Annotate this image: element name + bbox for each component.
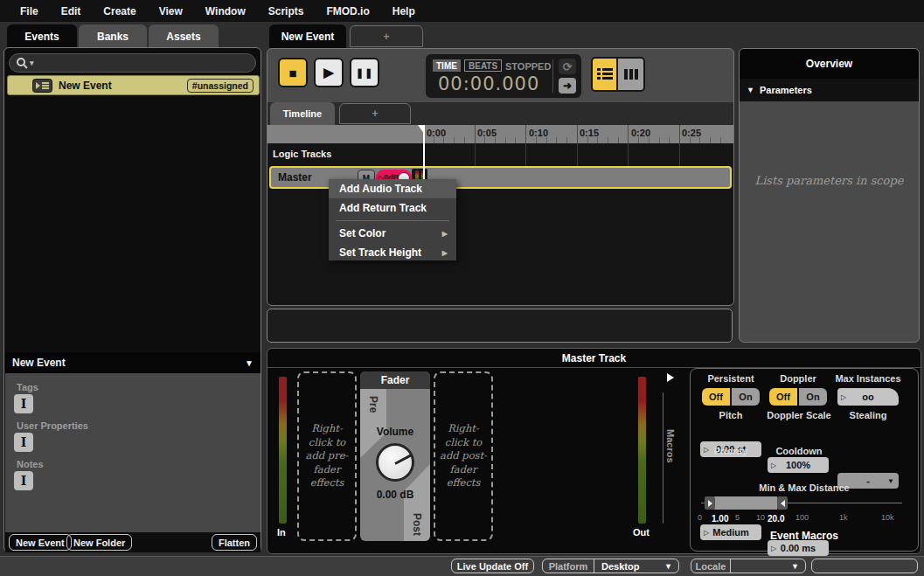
event-2d-icon <box>32 79 52 93</box>
menu-fmodio[interactable]: FMOD.io <box>315 5 380 17</box>
menu-add-return-track[interactable]: Add Return Track <box>329 198 456 218</box>
notes-edit-button[interactable]: I <box>14 471 33 490</box>
tab-add-event[interactable]: + <box>350 25 423 47</box>
tab-timeline[interactable]: Timeline <box>270 102 335 125</box>
pause-icon: ❚❚ <box>356 67 373 79</box>
play-button[interactable]: ▶ <box>314 58 344 87</box>
distance-min-handle[interactable] <box>705 496 715 510</box>
overview-panel: Overview ▼ Parameters Lists parameters i… <box>739 48 920 343</box>
overview-title: Overview <box>806 58 852 70</box>
tab-add-sheet[interactable]: + <box>339 103 411 124</box>
live-update-button[interactable]: Live Update Off <box>451 559 534 573</box>
pitch-label: Pitch <box>702 410 760 420</box>
grid-line <box>525 143 526 166</box>
stop-button[interactable]: ■ <box>278 58 308 87</box>
menu-window[interactable]: Window <box>194 5 257 17</box>
timeline-tab-strip <box>267 102 733 125</box>
status-message-field <box>811 559 918 573</box>
pre-fader-effects-dropzone[interactable]: Right-click to add pre-fader effects <box>297 371 357 541</box>
stop-icon: ■ <box>288 66 296 80</box>
event-macros-panel: Persistent Doppler Max Instances Off On … <box>690 368 919 552</box>
pause-button[interactable]: ❚❚ <box>350 58 379 87</box>
persistent-label: Persistent <box>702 373 760 384</box>
menu-edit[interactable]: Edit <box>50 5 93 17</box>
post-fader-effects-dropzone[interactable]: Right-click to add post-fader effects <box>434 371 493 541</box>
tags-edit-button[interactable]: I <box>14 394 33 413</box>
properties-header[interactable]: New Event ▼ <box>5 352 261 373</box>
search-box[interactable]: ▾ <box>9 53 256 73</box>
new-folder-button[interactable]: New Folder <box>66 534 132 551</box>
ruler-tick-label: 0:10 <box>529 128 548 138</box>
menu-file[interactable]: File <box>9 5 50 17</box>
volume-knob[interactable] <box>376 443 414 482</box>
caret-down-icon: ▼ <box>791 562 799 571</box>
flatten-button[interactable]: Flatten <box>212 534 257 551</box>
grid-line <box>679 143 680 166</box>
volume-label: Volume <box>360 426 430 438</box>
menu-create[interactable]: Create <box>92 5 147 17</box>
columns-view-icon <box>624 67 638 81</box>
master-track-label: Master <box>278 171 312 184</box>
distance-slider-range[interactable] <box>714 496 777 510</box>
distance-max-handle[interactable] <box>777 496 788 510</box>
distance-scale-10k: 10k <box>881 513 894 522</box>
tab-assets[interactable]: Assets <box>149 24 219 48</box>
transport-display: TIME BEATS STOPPED 00:00.000 ⟳ ➜ <box>426 54 581 98</box>
parameters-section-header[interactable]: ▼ Parameters <box>740 79 919 101</box>
live-update-label: Live Update Off <box>457 561 528 572</box>
menu-view[interactable]: View <box>148 5 194 17</box>
spinner-icon: ▷ <box>771 461 776 469</box>
collapse-caret-icon[interactable]: ▼ <box>245 358 254 368</box>
distance-scale-1k: 1k <box>839 513 848 522</box>
tags-label: Tags <box>17 382 38 392</box>
distance-min-value: 1.00 <box>712 514 728 524</box>
deck-title: Master Track <box>267 351 921 365</box>
timeline-ruler[interactable] <box>267 125 733 143</box>
persistent-off-button[interactable]: Off <box>702 388 730 406</box>
user-properties-edit-button[interactable]: I <box>14 433 33 452</box>
tab-banks[interactable]: Banks <box>79 24 147 48</box>
parameters-section-label: Parameters <box>760 85 812 95</box>
max-instances-field[interactable]: ▷oo <box>837 388 899 406</box>
stealing-label: Stealing <box>837 410 899 420</box>
macros-splitter[interactable] <box>663 392 663 524</box>
spinner-icon: ▷ <box>841 393 846 401</box>
tracks-view-button[interactable] <box>591 57 618 92</box>
ruler-tick-label: 0:15 <box>580 128 599 138</box>
display-divider <box>552 59 553 93</box>
menu-set-track-height[interactable]: Set Track Height▶ <box>329 243 456 262</box>
volume-value: 0.00 dB <box>360 489 430 501</box>
menu-scripts[interactable]: Scripts <box>257 5 316 17</box>
tree-row-new-event[interactable]: New Event #unassigned <box>7 75 260 95</box>
fader-module[interactable]: Fader Pre Post Volume 0.00 dB <box>360 371 430 541</box>
loop-playback-button[interactable]: ⟳ <box>559 59 576 74</box>
doppler-scale-field[interactable]: ▷100% <box>768 457 829 473</box>
cooldown-value: 0.00 ms <box>781 543 816 553</box>
properties-header-label: New Event <box>12 357 66 369</box>
doppler-off-button[interactable]: Off <box>769 388 797 406</box>
follow-playhead-button[interactable]: ➜ <box>559 78 576 94</box>
tab-events[interactable]: Events <box>7 24 77 48</box>
tab-new-event[interactable]: New Event <box>269 24 346 48</box>
lanes-view-button[interactable] <box>618 57 645 92</box>
menu-item-label: Set Color <box>339 227 386 239</box>
handle-left-arrow-icon <box>781 500 785 507</box>
transition-timeline-strip[interactable] <box>267 309 733 343</box>
menu-set-color[interactable]: Set Color▶ <box>329 224 456 243</box>
persistent-on-button[interactable]: On <box>732 388 760 406</box>
platform-selector[interactable]: Platform Desktop ▼ <box>542 559 679 573</box>
doppler-on-button[interactable]: On <box>799 388 827 406</box>
locale-selector[interactable]: Locale ▼ <box>691 559 806 573</box>
pre-label: Pre <box>367 396 379 413</box>
new-event-button[interactable]: New Event <box>9 534 72 551</box>
menu-help[interactable]: Help <box>381 5 427 17</box>
macros-expand-arrow-icon[interactable] <box>667 373 674 382</box>
distance-max-value: 20.0 <box>768 514 784 524</box>
search-input[interactable] <box>34 56 255 71</box>
browser-footer: New Event New Folder Flatten <box>5 532 261 552</box>
time-mode-toggle[interactable]: TIME <box>433 59 461 72</box>
menu-add-audio-track[interactable]: Add Audio Track <box>329 179 456 198</box>
beats-mode-toggle[interactable]: BEATS <box>464 59 502 72</box>
input-meter <box>279 377 287 524</box>
parameters-empty-hint: Lists parameters in scope <box>740 101 919 259</box>
